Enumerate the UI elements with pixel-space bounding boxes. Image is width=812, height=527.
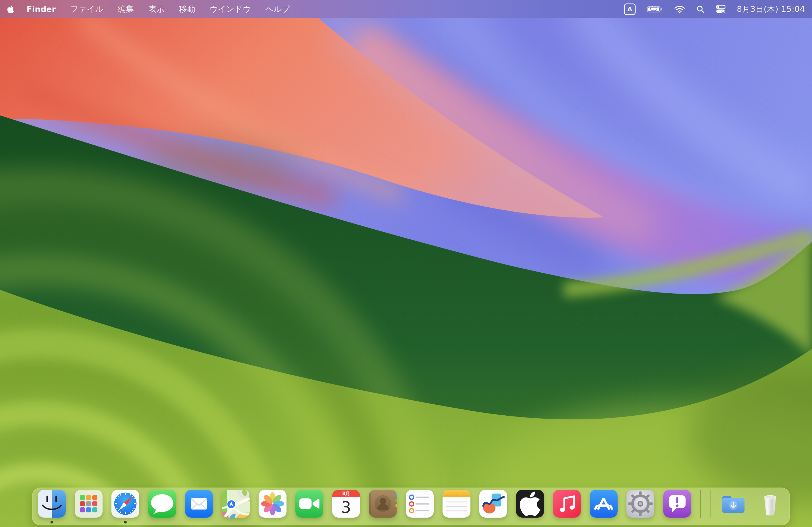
menu-item-view[interactable]: 表示 bbox=[148, 4, 164, 15]
apple-logo-icon bbox=[7, 5, 14, 14]
notes-icon bbox=[443, 490, 470, 517]
dock-divider[interactable] bbox=[710, 490, 710, 517]
dock-divider[interactable] bbox=[700, 490, 701, 517]
system-settings-icon bbox=[626, 490, 654, 517]
battery-menu[interactable] bbox=[647, 6, 663, 13]
finder-icon bbox=[38, 490, 66, 517]
battery-charging-icon bbox=[647, 6, 663, 13]
dock-icon-messages[interactable] bbox=[148, 490, 176, 517]
wifi-menu[interactable] bbox=[674, 5, 685, 13]
menu-bar: Finder ファイル 編集 表示 移動 ウインドウ ヘルプ A bbox=[0, 0, 812, 18]
dock-icon-maps[interactable] bbox=[222, 490, 250, 517]
safari-icon bbox=[112, 490, 139, 517]
wifi-icon bbox=[674, 5, 685, 13]
menu-item-help[interactable]: ヘルプ bbox=[265, 4, 290, 15]
apple-logo-icon bbox=[516, 490, 544, 517]
freeform-icon bbox=[479, 490, 507, 517]
menu-item-window[interactable]: ウインドウ bbox=[210, 4, 251, 15]
launchpad-icon bbox=[75, 490, 103, 517]
dock-icon-facetime[interactable] bbox=[295, 490, 323, 517]
menu-item-file[interactable]: ファイル bbox=[70, 4, 103, 15]
spotlight-search-icon bbox=[696, 5, 705, 13]
trash-icon bbox=[756, 490, 784, 517]
running-indicator bbox=[124, 521, 127, 524]
dock-icon-tv[interactable]: tv bbox=[516, 490, 544, 517]
dock-icon-reminders[interactable] bbox=[406, 490, 434, 517]
facetime-icon bbox=[295, 490, 323, 517]
dock-icon-mail[interactable] bbox=[185, 490, 213, 517]
dock-icon-notes[interactable] bbox=[443, 490, 470, 517]
dock: 8月 3 bbox=[32, 487, 790, 525]
dock-icon-feedback-assistant[interactable] bbox=[663, 490, 691, 517]
dock-icon-calendar[interactable]: 8月 3 bbox=[332, 490, 360, 517]
music-icon bbox=[553, 490, 581, 517]
calendar-day-label: 3 bbox=[332, 497, 360, 517]
dock-icon-app-store[interactable] bbox=[590, 490, 618, 517]
photos-icon bbox=[259, 490, 287, 517]
dock-icon-freeform[interactable] bbox=[479, 490, 507, 517]
control-center-icon bbox=[716, 5, 726, 13]
dock-icon-launchpad[interactable] bbox=[75, 490, 103, 517]
menu-bar-status: A bbox=[624, 3, 805, 15]
dock-icon-contacts[interactable] bbox=[369, 490, 397, 517]
input-source-label: A bbox=[624, 3, 636, 15]
wallpaper-sonoma bbox=[0, 0, 812, 527]
dock-icon-photos[interactable] bbox=[259, 490, 287, 517]
maps-icon bbox=[222, 490, 250, 517]
running-indicator bbox=[50, 521, 53, 524]
feedback-assistant-icon bbox=[663, 490, 691, 517]
dock-icon-finder[interactable] bbox=[38, 490, 66, 517]
input-source-menu[interactable]: A bbox=[624, 3, 636, 15]
dock-icon-trash[interactable] bbox=[756, 490, 784, 517]
dock-icon-downloads[interactable] bbox=[719, 490, 747, 517]
mail-icon bbox=[185, 490, 213, 517]
reminders-icon bbox=[406, 490, 434, 517]
control-center-menu[interactable] bbox=[716, 5, 726, 13]
app-store-icon bbox=[590, 490, 618, 517]
dock-icon-safari[interactable] bbox=[112, 490, 139, 517]
dock-icon-music[interactable] bbox=[553, 490, 581, 517]
spotlight-menu[interactable] bbox=[696, 5, 705, 13]
menu-bar-left: Finder ファイル 編集 表示 移動 ウインドウ ヘルプ bbox=[7, 4, 290, 15]
menu-bar-clock[interactable]: 8月3日(木) 15:04 bbox=[737, 4, 805, 15]
contacts-icon bbox=[369, 490, 397, 517]
messages-icon bbox=[148, 490, 176, 517]
menu-item-go[interactable]: 移動 bbox=[179, 4, 195, 15]
apple-menu[interactable] bbox=[7, 5, 14, 14]
menu-item-finder[interactable]: Finder bbox=[27, 4, 56, 14]
desktop: Finder ファイル 編集 表示 移動 ウインドウ ヘルプ A bbox=[0, 0, 812, 527]
menu-item-edit[interactable]: 編集 bbox=[118, 4, 134, 15]
calendar-month-label: 8月 bbox=[332, 490, 360, 497]
downloads-folder-icon bbox=[719, 490, 747, 517]
dock-icon-system-settings[interactable] bbox=[626, 490, 654, 517]
